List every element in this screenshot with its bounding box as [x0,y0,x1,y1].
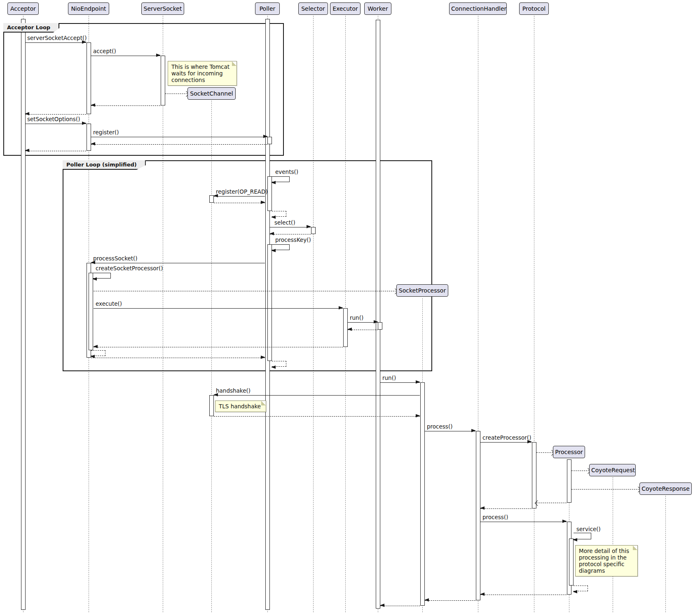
frame-poller-loop-label: Poller Loop (simplified) [63,160,146,170]
arrowhead [263,135,268,138]
activation-worker-run [378,322,382,330]
arrow-return-handshake [214,416,420,417]
arrow-process-processor [480,522,567,522]
message-label: process() [427,423,452,430]
activation-protocol [532,442,536,508]
frame-acceptor-loop [3,23,284,156]
arrowhead [573,590,577,593]
arrowhead [339,306,343,309]
arrow-setsocketoptions [25,124,86,124]
message-label: processKey() [275,237,311,243]
message-label: handshake() [216,387,251,394]
arrow-create-coyoteresponse [571,489,639,490]
participant-connectionhandler: ConnectionHandler [449,2,507,15]
arrowhead [380,604,384,607]
arrow-return-processor-create [536,503,567,503]
message-label: run() [350,314,363,321]
note-tls-handshake: TLS handshake [215,401,266,412]
frame-acceptor-loop-label: Acceptor Loop [3,23,59,33]
activation-worker [376,20,380,609]
activation-poller-processkey [267,244,272,361]
activation-processor-create [567,459,571,503]
lifeline-coyoteresponse [665,496,666,612]
arrow-return-socketprocessor [380,606,420,606]
arrowhead [416,414,420,417]
note-tomcat-waits: This is where Tomcat waits for incoming … [168,61,237,86]
participant-coyoterequest: CoyoteRequest [589,464,636,476]
activation-selector [311,227,316,234]
activation-nioendpoint-options [87,124,91,151]
arrowhead [562,520,567,523]
self-return-events [272,211,286,217]
activation-nioendpoint-accept [87,42,91,114]
sequence-diagram: Acceptor Loop Poller Loop (simplified) s… [0,0,693,616]
message-label: service() [576,526,601,532]
arrowhead [307,225,311,228]
activation-executor [343,308,348,347]
message-label: execute() [96,300,122,307]
participant-serversocket: ServerSocket [141,2,184,15]
arrow-accept [91,56,160,56]
self-return-processkey [272,361,286,367]
arrowhead [416,380,420,384]
activation-poller-register [267,137,272,144]
participant-protocol: Protocol [519,2,549,15]
arrowhead [92,277,97,281]
activation-connectionhandler [476,431,480,600]
arrowhead [25,112,29,115]
activation-acceptor [21,19,26,610]
arrowhead [25,149,29,152]
arrow-run-socketprocessor [380,382,420,383]
arrowhead [471,429,476,432]
activation-socketchannel-hs [209,395,214,416]
lifeline-protocol [534,16,534,612]
arrow-return-serversocket [91,105,160,106]
arrowhead [480,506,485,510]
arrowhead [271,215,276,219]
arrow-create-coyoterequest [571,471,589,471]
participant-selector: Selector [298,2,328,15]
arrow-return-worker-run [348,330,378,330]
arrow-return-nioendpoint-options [25,151,86,151]
arrowhead [271,181,276,184]
arrow-run-worker [348,322,378,323]
message-label: register(OP_READ) [216,188,268,195]
arrowhead [271,365,276,369]
arrow-register-op-read [214,196,265,197]
arrowhead [82,122,87,125]
participant-executor: Executor [330,2,361,15]
lifeline-coyoterequest [613,477,613,612]
message-label: accept() [93,48,116,54]
arrow-return-connectionhandler [425,600,475,601]
self-message-service [574,533,591,539]
arrowhead [269,232,274,235]
arrow-create-socketchannel [165,94,187,94]
arrow-processsocket [91,263,265,263]
participant-nioendpoint: NioEndpoint [68,2,109,15]
self-message-createsocketprocessor [93,273,111,279]
arrowhead [374,320,378,323]
arrowhead [573,538,577,541]
activation-socketchannel-read [209,195,214,203]
arrow-return-nioendpoint [25,114,86,115]
message-label: createProcessor() [482,434,531,441]
participant-processor: Processor [553,446,585,458]
arrow-createprocessor [480,442,531,443]
arrow-return-socketchannel-read [214,203,265,203]
arrow-execute [94,308,343,309]
message-label: process() [482,514,508,520]
message-label: select() [274,219,295,226]
self-return-createsocketprocessor [91,350,105,356]
arrowhead [347,328,352,331]
participant-acceptor: Acceptor [7,2,39,15]
arrow-create-socketprocessor [94,291,396,291]
participant-socketchannel: SocketChannel [187,87,236,100]
arrow-return-poller-register [91,144,267,145]
arrow-process-handler [425,431,475,431]
activation-processor-service [569,539,574,586]
arrow-return-processsocket [91,358,265,358]
self-return-service [574,586,588,591]
arrow-return-selector [270,234,311,234]
arrowhead [156,54,161,57]
activation-nioendpoint-create [89,273,93,350]
